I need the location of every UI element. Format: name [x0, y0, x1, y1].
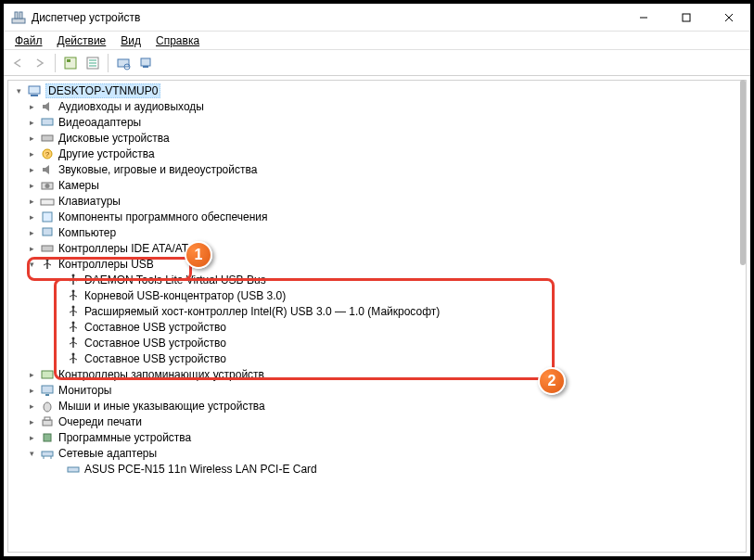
category-mouse[interactable]: ▸ Мыши и иные указывающие устройства: [8, 398, 746, 414]
usb-device[interactable]: Составное USB устройство: [8, 319, 746, 335]
pc-icon: [40, 225, 55, 240]
close-button[interactable]: [708, 4, 750, 32]
window-controls: [622, 4, 750, 32]
chevron-right-icon[interactable]: ▸: [25, 415, 38, 428]
svg-rect-17: [29, 86, 40, 94]
callout-1: 1: [185, 241, 212, 269]
svg-rect-26: [43, 212, 52, 222]
category-network[interactable]: ▾ Сетевые адаптеры: [8, 445, 746, 461]
category-display[interactable]: ▸ Видеоадаптеры: [8, 114, 746, 130]
maximize-button[interactable]: [665, 4, 708, 32]
chevron-right-icon[interactable]: ▸: [25, 400, 38, 413]
svg-rect-58: [42, 386, 53, 393]
chevron-down-icon[interactable]: ▾: [25, 447, 38, 460]
svg-rect-2: [19, 12, 22, 19]
toolbar-properties-icon[interactable]: [83, 53, 103, 73]
svg-rect-27: [43, 228, 52, 235]
category-sound[interactable]: ▸ Звуковые, игровые и видеоустройства: [8, 161, 746, 177]
usb-icon: [66, 273, 81, 287]
category-print[interactable]: ▸ Очереди печати: [8, 414, 746, 429]
chevron-right-icon[interactable]: ▸: [25, 100, 38, 113]
toolbar: [4, 50, 750, 76]
back-button[interactable]: [7, 53, 28, 73]
forward-button[interactable]: [30, 53, 50, 73]
category-software[interactable]: ▸ Компоненты программного обеспечения: [8, 209, 746, 224]
display-adapter-icon: [40, 115, 55, 130]
category-disk[interactable]: ▸ Дисковые устройства: [8, 130, 746, 146]
chevron-right-icon[interactable]: ▸: [25, 368, 38, 381]
svg-rect-61: [43, 420, 52, 426]
menu-help[interactable]: Справка: [148, 32, 207, 49]
separator: [55, 54, 56, 72]
svg-point-24: [45, 184, 50, 188]
usb-device[interactable]: Расширяемый хост-контроллер Intel(R) USB…: [8, 303, 746, 319]
app-icon: [11, 10, 26, 25]
category-softdev[interactable]: ▸ Программные устройства: [8, 429, 746, 445]
menu-action[interactable]: Действие: [50, 32, 114, 49]
window-title: Диспетчер устройств: [32, 11, 622, 24]
chevron-right-icon[interactable]: ▸: [25, 179, 38, 192]
usb-icon: [66, 336, 81, 350]
category-computer[interactable]: ▸ Компьютер: [8, 224, 746, 240]
tree-root[interactable]: ▾ DESKTOP-VTNMUP0: [8, 83, 746, 98]
chevron-right-icon[interactable]: ▸: [25, 116, 38, 129]
svg-rect-28: [42, 246, 53, 251]
category-storage[interactable]: ▸ Контроллеры запоминающих устройств: [8, 366, 746, 382]
usb-device[interactable]: Составное USB устройство: [8, 350, 746, 366]
category-monitor[interactable]: ▸ Мониторы: [8, 382, 746, 398]
chevron-right-icon[interactable]: ▸: [25, 431, 38, 444]
svg-rect-8: [67, 59, 70, 62]
svg-rect-0: [12, 19, 25, 23]
chevron-right-icon[interactable]: ▸: [25, 163, 38, 176]
svg-point-60: [44, 402, 51, 412]
category-usb[interactable]: ▾ Контроллеры USB: [8, 256, 746, 272]
network-icon: [66, 462, 81, 477]
scrollbar-vertical[interactable]: [740, 80, 746, 265]
svg-text:?: ?: [45, 150, 50, 159]
svg-rect-13: [118, 59, 129, 67]
toolbar-scan-icon[interactable]: [113, 53, 134, 73]
chevron-down-icon[interactable]: ▾: [12, 84, 25, 97]
chevron-right-icon[interactable]: ▸: [25, 226, 38, 239]
menu-file[interactable]: Файл: [7, 32, 50, 49]
usb-icon: [66, 288, 81, 303]
usb-device[interactable]: Корневой USB-концентратор (USB 3.0): [8, 287, 746, 303]
network-device[interactable]: ASUS PCE-N15 11n Wireless LAN PCI-E Card: [8, 461, 746, 477]
printer-icon: [40, 414, 55, 429]
separator: [108, 54, 109, 72]
svg-rect-59: [45, 394, 49, 396]
menu-view[interactable]: Вид: [113, 32, 148, 49]
svg-rect-4: [683, 14, 690, 21]
category-audio[interactable]: ▸ Аудиовходы и аудиовыходы: [8, 98, 746, 114]
chevron-right-icon[interactable]: ▸: [25, 242, 38, 255]
toolbar-devices-icon[interactable]: [135, 53, 156, 73]
chevron-right-icon[interactable]: ▸: [25, 210, 38, 223]
chevron-down-icon[interactable]: ▾: [25, 258, 38, 271]
chevron-right-icon[interactable]: ▸: [25, 132, 38, 145]
chevron-right-icon[interactable]: ▸: [25, 384, 38, 397]
chevron-right-icon[interactable]: ▸: [25, 147, 38, 160]
svg-rect-62: [45, 417, 50, 420]
sound-icon: [40, 162, 55, 177]
usb-icon: [66, 320, 81, 335]
category-ide[interactable]: ▸ Контроллеры IDE ATA/ATAPI: [8, 240, 746, 256]
category-other[interactable]: ▸ ? Другие устройства: [8, 146, 746, 161]
svg-rect-57: [42, 371, 53, 378]
svg-rect-67: [68, 467, 79, 472]
category-keyboard[interactable]: ▸ Клавиатуры: [8, 193, 746, 209]
category-camera[interactable]: ▸ Камеры: [8, 177, 746, 193]
audio-icon: [40, 99, 55, 114]
svg-rect-15: [141, 58, 150, 66]
mouse-icon: [40, 399, 55, 414]
software-icon: [40, 210, 55, 224]
titlebar: Диспетчер устройств: [4, 4, 750, 32]
network-icon: [40, 446, 55, 461]
usb-device[interactable]: Составное USB устройство: [8, 335, 746, 350]
svg-rect-63: [44, 434, 51, 441]
minimize-button[interactable]: [622, 4, 665, 32]
usb-device[interactable]: DAEMON Tools Lite Virtual USB Bus: [8, 272, 746, 287]
disk-icon: [40, 131, 55, 146]
chevron-right-icon[interactable]: ▸: [25, 195, 38, 208]
usb-icon: [40, 257, 55, 272]
toolbar-refresh-icon[interactable]: [60, 53, 81, 73]
